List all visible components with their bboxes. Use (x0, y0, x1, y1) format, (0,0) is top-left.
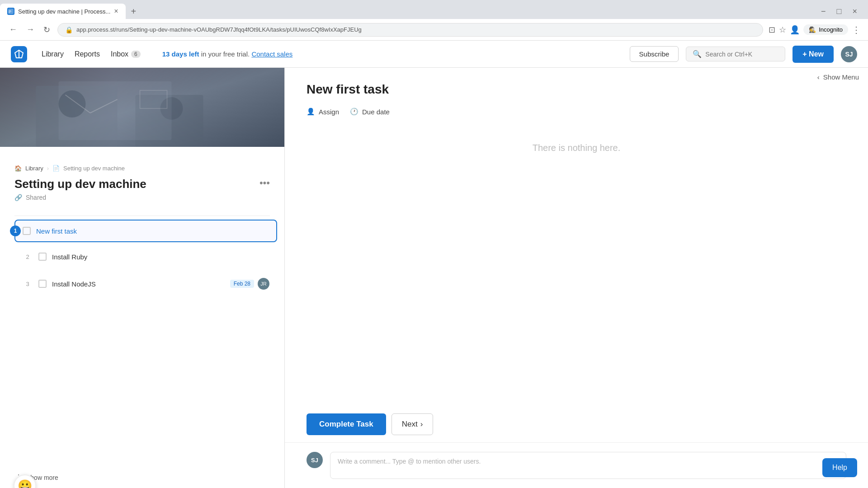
breadcrumb: 🏠 Library › 📄 Setting up dev machine (14, 165, 270, 172)
task-3-meta: Feb 28 JR (230, 278, 269, 290)
task-item[interactable]: 3 Install NodeJS Feb 28 JR (14, 271, 277, 296)
task-checkbox-1[interactable] (23, 227, 31, 235)
trial-suffix: in your free trial. (201, 50, 250, 58)
breadcrumb-current: Setting up dev machine (63, 165, 125, 172)
run-title: Setting up dev machine (14, 177, 146, 191)
assign-label: Assign (319, 108, 339, 116)
complete-task-button[interactable]: Complete Task (307, 413, 386, 435)
top-nav: Library Reports Inbox 6 13 days left in … (0, 41, 868, 68)
task-name-1: New first task (36, 227, 269, 235)
incognito-icon: 🕵 (809, 26, 816, 33)
task-item[interactable]: 2 Install Ruby (14, 246, 277, 267)
tab-favicon: P (7, 8, 14, 15)
active-tab[interactable]: P Setting up dev machine | Process... × (0, 4, 126, 19)
address-bar: ← → ↻ 🔒 app.process.st/runs/Setting-up-d… (0, 19, 868, 41)
task-item[interactable]: 1 New first task (14, 220, 277, 242)
task-assignee-avatar: JR (258, 278, 269, 290)
cover-image (0, 68, 284, 147)
library-nav-link[interactable]: Library (42, 50, 64, 58)
url-text: app.process.st/runs/Setting-up-dev-machi… (76, 26, 362, 33)
left-panel: 😀 🏠 Library › 📄 Setting up dev machine S… (0, 68, 285, 488)
person-icon: 👤 (307, 108, 315, 116)
profile-icon[interactable]: 👤 (790, 25, 800, 35)
maximize-button[interactable]: □ (833, 6, 845, 17)
back-button[interactable]: ← (7, 23, 19, 36)
due-date-button[interactable]: 🕐 Due date (350, 108, 390, 116)
task-checkbox-2[interactable] (38, 253, 47, 261)
nav-right: Subscribe 🔍 + New SJ (630, 46, 857, 63)
close-button[interactable]: × (849, 6, 861, 17)
home-icon: 🏠 (14, 165, 22, 172)
chevron-left-icon: ‹ (817, 73, 820, 81)
due-date-label: Due date (362, 108, 390, 116)
task-number-1: 1 (10, 225, 21, 236)
trial-banner: 13 days left in your free trial. Contact… (162, 50, 293, 58)
new-tab-button[interactable]: + (127, 6, 140, 17)
shared-icon: 🔗 (14, 194, 22, 201)
task-list: 1 New first task 2 Install Ruby (0, 216, 284, 467)
task-detail-title: New first task (307, 82, 846, 97)
search-icon: 🔍 (693, 50, 702, 58)
incognito-button[interactable]: 🕵 Incognito (803, 24, 848, 35)
breadcrumb-library[interactable]: Library (25, 165, 43, 172)
avatar[interactable]: SJ (841, 46, 857, 62)
task-footer: Complete Task Next › (285, 406, 868, 442)
new-button[interactable]: + New (793, 46, 834, 63)
svg-text:P: P (9, 9, 11, 14)
incognito-label: Incognito (819, 26, 843, 33)
tab-title: Setting up dev machine | Process... (18, 8, 110, 15)
search-input[interactable] (705, 51, 778, 58)
task-name-2: Install Ruby (52, 253, 269, 261)
reports-nav-link[interactable]: Reports (75, 50, 100, 58)
task-checkbox-3[interactable] (38, 280, 47, 288)
inbox-label: Inbox (111, 50, 128, 58)
next-label: Next (402, 420, 418, 429)
empty-state-text: There is nothing here. (307, 143, 846, 153)
breadcrumb-separator: › (47, 165, 49, 172)
show-menu-label: Show Menu (823, 73, 859, 81)
task-number-2: 2 (22, 253, 33, 260)
comment-avatar: SJ (307, 452, 323, 468)
comment-placeholder: Write a comment... Type @ to mention oth… (338, 458, 481, 465)
task-detail: New first task 👤 Assign 🕐 Due date There… (285, 68, 868, 406)
task-number-3: 3 (22, 281, 33, 287)
main-content: 😀 🏠 Library › 📄 Setting up dev machine S… (0, 68, 868, 488)
forward-button[interactable]: → (24, 23, 36, 36)
chevron-right-icon: › (420, 420, 423, 429)
nav-links: Library Reports Inbox 6 (42, 50, 141, 58)
more-options-button[interactable]: ••• (259, 177, 270, 189)
comment-area: SJ Write a comment... Type @ to mention … (285, 442, 868, 488)
task-actions-row: 👤 Assign 🕐 Due date (307, 108, 846, 116)
window-controls: − □ × (810, 6, 868, 17)
url-bar[interactable]: 🔒 app.process.st/runs/Setting-up-dev-mac… (57, 23, 763, 37)
comment-input[interactable]: Write a comment... Type @ to mention oth… (330, 452, 846, 479)
bookmark-icon[interactable]: ☆ (779, 25, 786, 35)
help-button[interactable]: Help (822, 458, 857, 477)
reload-button[interactable]: ↻ (42, 23, 52, 37)
task-name-3: Install NodeJS (52, 280, 225, 288)
address-actions: ⊡ ☆ 👤 🕵 Incognito ⋮ (769, 24, 861, 35)
inbox-badge: 6 (131, 51, 141, 58)
next-button[interactable]: Next › (392, 413, 434, 435)
clock-icon: 🕐 (350, 108, 359, 116)
assign-button[interactable]: 👤 Assign (307, 108, 339, 116)
subscribe-button[interactable]: Subscribe (630, 46, 679, 62)
run-info: 🏠 Library › 📄 Setting up dev machine Set… (0, 147, 284, 216)
contact-sales-link[interactable]: Contact sales (251, 50, 292, 58)
right-panel: ‹ Show Menu New first task 👤 Assign 🕐 Du… (285, 68, 868, 488)
breadcrumb-icon: 📄 (52, 165, 60, 172)
cast-icon[interactable]: ⊡ (769, 25, 775, 35)
app-logo[interactable] (11, 46, 27, 62)
browser-menu-icon[interactable]: ⋮ (852, 24, 861, 35)
shared-label: Shared (26, 194, 46, 201)
minimize-button[interactable]: − (817, 6, 830, 17)
trial-days-text: 13 days left (162, 50, 199, 58)
tab-bar: P Setting up dev machine | Process... × … (0, 0, 868, 19)
show-menu-button[interactable]: ‹ Show Menu (808, 68, 868, 86)
run-meta: 🔗 Shared (14, 194, 146, 201)
tab-close-icon[interactable]: × (114, 7, 118, 15)
search-box[interactable]: 🔍 (686, 47, 785, 61)
lock-icon: 🔒 (65, 26, 73, 33)
show-more-button[interactable]: ⋮ Show more (0, 467, 284, 488)
inbox-nav-link[interactable]: Inbox 6 (111, 50, 141, 58)
